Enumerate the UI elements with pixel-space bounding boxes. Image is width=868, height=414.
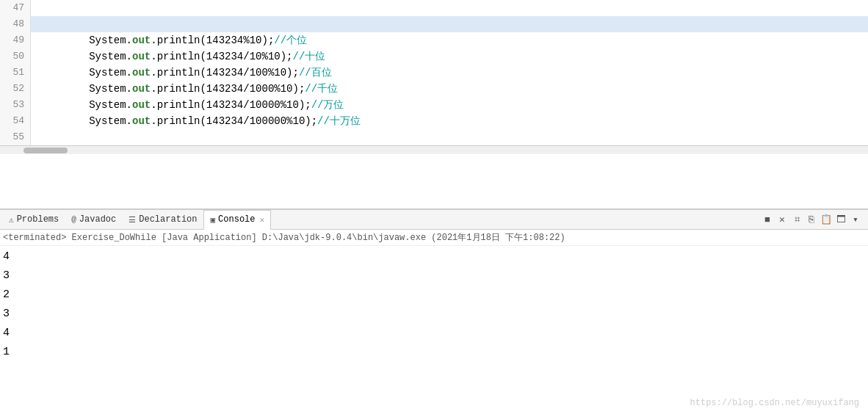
line-number: 54 <box>0 113 31 129</box>
comment: //十位 <box>292 51 325 62</box>
code-line: 51 System.out.println(143234/100%10);//百… <box>0 65 868 81</box>
comment: //个位 <box>274 34 307 46</box>
line-number: 49 <box>0 32 31 48</box>
tab-label-console: Console <box>218 214 255 225</box>
line-content <box>31 129 40 145</box>
console-status: <terminated> Exercise_DoWhile [Java Appl… <box>0 230 868 246</box>
comment: //千位 <box>305 83 338 95</box>
stop-icon[interactable]: ■ <box>761 213 774 226</box>
console-toolbar: ■✕⌗⎘📋🗖▾ <box>761 213 865 226</box>
tab-icon-problems: ⚠ <box>9 215 14 225</box>
code-line: 47 <box>0 0 868 16</box>
tab-javadoc[interactable]: @Javadoc <box>65 209 123 230</box>
line-number: 50 <box>0 48 31 65</box>
comment: //十万位 <box>317 115 361 127</box>
line-content: System.out.println(143234/1000%10);//千位 <box>31 81 338 97</box>
tab-console[interactable]: ▣Console✕ <box>203 210 271 230</box>
pin-icon[interactable]: 📋 <box>820 213 833 226</box>
code-line: 49 System.out.println(143234%10);//个位 <box>0 32 868 48</box>
tab-declaration[interactable]: ☰Declaration <box>123 209 203 230</box>
line-content <box>31 0 40 16</box>
line-number: 53 <box>0 97 31 113</box>
line-content: System.out.println(143234/10%10);//十位 <box>31 48 325 65</box>
code-line: 50 System.out.println(143234/10%10);//十位 <box>0 48 868 65</box>
keyword-out: out <box>132 67 151 79</box>
line-number: 47 <box>0 0 31 16</box>
tab-icon-javadoc: @ <box>71 215 76 224</box>
console-area: <terminated> Exercise_DoWhile [Java Appl… <box>0 230 868 414</box>
line-content: System.out.println(143234/10000%10);//万位 <box>31 97 344 113</box>
view-icon[interactable]: 🗖 <box>834 213 847 226</box>
output-line: 3 <box>3 266 865 286</box>
keyword-out: out <box>132 83 151 95</box>
tab-label-javadoc: Javadoc <box>79 214 116 225</box>
console-output: 432341 <box>0 246 868 363</box>
keyword-out: out <box>132 99 151 111</box>
line-number: 48 <box>0 16 31 32</box>
output-line: 2 <box>3 286 865 305</box>
tab-icon-console: ▣ <box>210 215 215 225</box>
tab-close-console[interactable]: ✕ <box>260 215 265 225</box>
output-line: 4 <box>3 247 865 266</box>
code-line: 54 System.out.println(143234/100000%10);… <box>0 113 868 129</box>
scroll-lock-icon[interactable]: ⌗ <box>790 213 803 226</box>
output-line: 3 <box>3 305 865 324</box>
keyword-out: out <box>132 51 151 62</box>
code-line: 52 System.out.println(143234/1000%10);//… <box>0 81 868 97</box>
code-line: 48 <box>0 16 868 32</box>
keyword-out: out <box>132 115 151 127</box>
tab-icon-declaration: ☰ <box>129 215 136 225</box>
line-number: 51 <box>0 65 31 81</box>
line-content: System.out.println(143234/100000%10);//十… <box>31 113 361 129</box>
remove-icon[interactable]: ✕ <box>775 213 789 226</box>
code-line: 55 <box>0 129 868 145</box>
tab-label-problems: Problems <box>17 214 59 225</box>
line-number: 55 <box>0 129 31 145</box>
output-line: 4 <box>3 324 865 343</box>
horizontal-scrollbar[interactable] <box>0 145 868 154</box>
output-line: 1 <box>3 343 865 362</box>
more-icon[interactable]: ▾ <box>849 213 862 226</box>
watermark: https://blog.csdn.net/muyuxifang <box>690 398 859 408</box>
tab-problems[interactable]: ⚠Problems <box>3 209 65 230</box>
line-content: System.out.println(143234/100%10);//百位 <box>31 65 332 81</box>
line-content <box>31 16 40 32</box>
line-number: 52 <box>0 81 31 97</box>
comment: //百位 <box>299 67 332 79</box>
scrollbar-thumb[interactable] <box>23 148 68 153</box>
code-line: 53 System.out.println(143234/10000%10);/… <box>0 97 868 113</box>
keyword-out: out <box>132 34 151 46</box>
code-editor: 474849 System.out.println(143234%10);//个… <box>0 0 868 209</box>
comment: //万位 <box>311 99 344 111</box>
copy-icon[interactable]: ⎘ <box>805 213 818 226</box>
tabs-bar: ⚠Problems@Javadoc☰Declaration▣Console✕ ■… <box>0 209 868 230</box>
tab-label-declaration: Declaration <box>139 214 197 225</box>
line-content: System.out.println(143234%10);//个位 <box>31 32 307 48</box>
